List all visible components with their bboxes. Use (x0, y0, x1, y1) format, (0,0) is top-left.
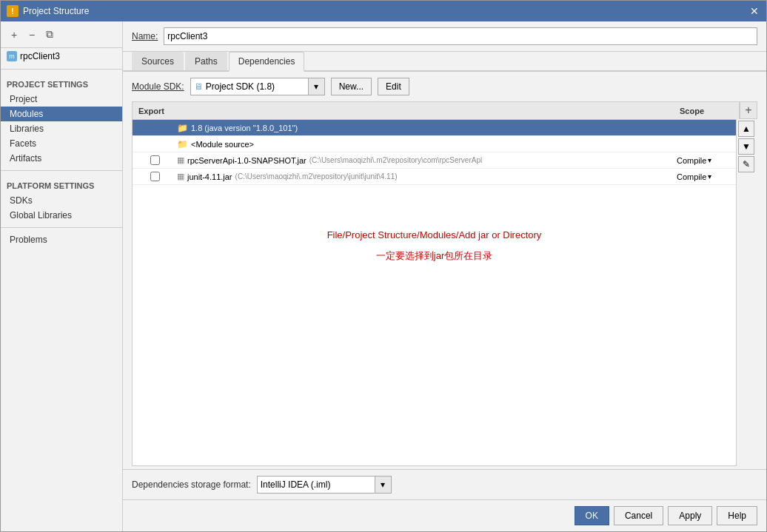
apply-button[interactable]: Apply (668, 506, 712, 525)
jdk-name-cell: 📁 1.8 (java version "1.8.0_101") (177, 123, 677, 133)
project-settings-header: Project Settings (1, 74, 122, 92)
dep-table-body: 📁 1.8 (java version "1.8.0_101") 📁 (132, 119, 737, 466)
sdk-edit-button[interactable]: Edit (378, 78, 409, 95)
sidebar-toolbar: + − ⧉ (1, 21, 122, 48)
rpc-checkbox-cell[interactable] (133, 155, 177, 165)
rpc-scope-cell: Compile ▾ (677, 156, 736, 165)
help-button[interactable]: Help (717, 506, 757, 525)
sdk-dropdown-arrow[interactable]: ▾ (309, 78, 325, 95)
project-structure-dialog: ! Project Structure ✕ + − ⧉ m rpcClient3… (0, 0, 767, 532)
sidebar-item-problems[interactable]: Problems (1, 232, 122, 247)
rpc-scope-dropdown[interactable]: ▾ (708, 156, 711, 164)
global-libraries-label: Global Libraries (10, 210, 72, 220)
add-dependency-button[interactable]: + (740, 101, 757, 119)
hint-text-1: File/Project Structure/Modules/Add jar o… (133, 215, 736, 246)
sdk-row: Module SDK: 🖥 Project SDK (1.8) ▾ New...… (123, 72, 766, 101)
problems-label: Problems (10, 235, 47, 245)
main-content: + − ⧉ m rpcClient3 Project Settings Proj… (1, 21, 766, 531)
remove-module-button[interactable]: − (24, 27, 39, 42)
move-down-button[interactable]: ▼ (738, 138, 754, 155)
storage-value: IntelliJ IDEA (.iml) (261, 479, 331, 490)
sidebar-item-libraries[interactable]: Libraries (1, 121, 122, 136)
module-name: rpcClient3 (20, 51, 60, 61)
name-row: Name: (123, 21, 766, 52)
side-action-buttons: ▲ ▼ ✎ (737, 119, 757, 466)
title-bar-left: ! Project Structure (7, 5, 89, 17)
col-scope-header: Scope (680, 107, 739, 115)
edit-entry-button[interactable]: ✎ (738, 156, 754, 172)
modules-label: Modules (10, 109, 43, 119)
sdks-label: SDKs (10, 195, 33, 206)
copy-module-button[interactable]: ⧉ (42, 27, 57, 42)
window-title: Project Structure (23, 6, 89, 16)
sidebar-item-artifacts[interactable]: Artifacts (1, 151, 122, 166)
col-export-header: Export (133, 107, 177, 115)
storage-select[interactable]: IntelliJ IDEA (.iml) (257, 476, 375, 494)
facets-label: Facets (10, 138, 36, 149)
sdk-label: Module SDK: (132, 81, 184, 92)
jar-icon: ▦ (177, 172, 184, 181)
junit-path: (C:\Users\maoqizhi\.m2\repository\junit\… (235, 172, 398, 181)
folder-icon: 📁 (177, 139, 188, 149)
add-module-button[interactable]: + (7, 27, 21, 42)
junit-checkbox-cell[interactable] (133, 172, 177, 181)
cancel-button[interactable]: Cancel (614, 506, 663, 525)
module-source-name-cell: 📁 <Module source> (177, 139, 677, 149)
folder-icon: 📁 (177, 123, 188, 133)
panel-content: Module SDK: 🖥 Project SDK (1.8) ▾ New...… (123, 72, 766, 499)
dep-table-header: Export Scope (132, 101, 740, 119)
sidebar-item-sdks[interactable]: SDKs (1, 193, 122, 208)
action-buttons-row: OK Cancel Apply Help (123, 499, 766, 531)
ok-button[interactable]: OK (575, 506, 609, 525)
junit-name-cell: ▦ junit-4.11.jar (C:\Users\maoqizhi\.m2\… (177, 172, 677, 181)
app-icon: ! (7, 5, 19, 17)
sdk-select[interactable]: 🖥 Project SDK (1.8) (190, 78, 309, 95)
sidebar-item-project[interactable]: Project (1, 92, 122, 107)
storage-format-row: Dependencies storage format: IntelliJ ID… (123, 469, 766, 499)
tab-sources[interactable]: Sources (132, 52, 184, 70)
project-label: Project (10, 94, 37, 104)
rpc-path: (C:\Users\maoqizhi\.m2\repository\com\rp… (309, 156, 482, 164)
hint-area: File/Project Structure/Modules/Add jar o… (133, 185, 736, 266)
module-item[interactable]: m rpcClient3 (1, 48, 122, 64)
move-up-button[interactable]: ▲ (738, 121, 754, 137)
rpc-name-cell: ▦ rpcServerApi-1.0-SNAPSHOT.jar (C:\User… (177, 155, 677, 165)
module-icon: m (7, 51, 17, 61)
sidebar: + − ⧉ m rpcClient3 Project Settings Proj… (1, 21, 123, 531)
right-panel: Name: Sources Paths Dependencies M (123, 21, 766, 531)
name-label: Name: (132, 31, 158, 41)
sidebar-item-modules[interactable]: Modules (1, 107, 122, 121)
junit-checkbox[interactable] (150, 172, 160, 181)
rpc-checkbox[interactable] (150, 155, 160, 165)
sdk-value: Project SDK (1.8) (206, 81, 275, 92)
sidebar-item-facets[interactable]: Facets (1, 136, 122, 151)
storage-dropdown-arrow[interactable]: ▾ (375, 476, 392, 494)
table-row[interactable]: 📁 1.8 (java version "1.8.0_101") (133, 120, 736, 136)
table-row[interactable]: 📁 <Module source> (133, 136, 736, 152)
junit-scope-dropdown[interactable]: ▾ (708, 172, 711, 181)
close-button[interactable]: ✕ (748, 5, 760, 17)
title-bar: ! Project Structure ✕ (1, 1, 766, 21)
table-row[interactable]: ▦ junit-4.11.jar (C:\Users\maoqizhi\.m2\… (133, 169, 736, 185)
libraries-label: Libraries (10, 124, 44, 134)
tab-dependencies[interactable]: Dependencies (229, 52, 305, 72)
sdk-new-button[interactable]: New... (331, 78, 372, 95)
table-row[interactable]: ▦ rpcServerApi-1.0-SNAPSHOT.jar (C:\User… (133, 152, 736, 169)
name-input[interactable] (164, 27, 757, 45)
sdk-folder-icon: 🖥 (194, 81, 203, 92)
tab-paths[interactable]: Paths (185, 52, 227, 70)
hint-text-2: 一定要选择到jar包所在目录 (133, 246, 736, 266)
jar-icon: ▦ (177, 155, 184, 165)
junit-scope-cell: Compile ▾ (677, 172, 736, 181)
tabs-row: Sources Paths Dependencies (123, 52, 766, 72)
artifacts-label: Artifacts (10, 153, 41, 164)
sidebar-item-global-libraries[interactable]: Global Libraries (1, 208, 122, 223)
platform-settings-header: Platform Settings (1, 175, 122, 193)
storage-label: Dependencies storage format: (132, 479, 251, 490)
